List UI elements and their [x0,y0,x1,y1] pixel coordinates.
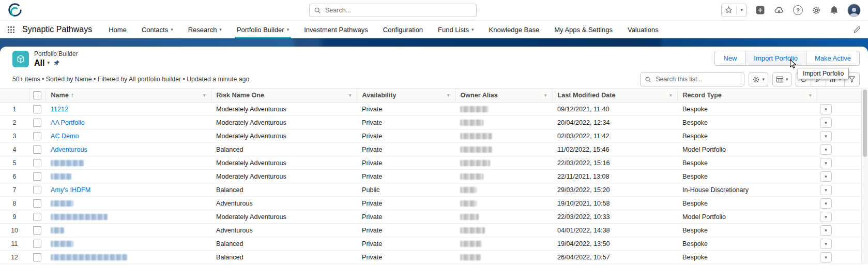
redacted-text [460,106,489,112]
record-type-cell: Bespoke [677,156,817,170]
global-search-input[interactable] [324,6,472,14]
row-checkbox[interactable] [33,159,41,167]
list-view-selector[interactable]: All ▾ [34,59,50,68]
row-actions-button[interactable]: ▾ [820,185,832,195]
screen: ▾ ? [0,0,868,277]
global-actions-button[interactable] [755,5,765,15]
column-header-last-modified-date[interactable]: Last Modified Date ▾ [552,89,677,103]
nav-tab-configuration[interactable]: Configuration [383,21,423,38]
row-number: 2 [13,119,17,126]
nav-tab-fund-lists[interactable]: Fund Lists ▾ [438,21,474,38]
row-actions-button[interactable]: ▾ [820,131,832,141]
row-checkbox[interactable] [33,240,41,248]
redacted-text [460,147,492,153]
nav-tab-investment-pathways[interactable]: Investment Pathways [304,21,368,38]
import-portfolio-button[interactable]: Import Porfolio [745,51,806,66]
make-active-button[interactable]: Make Active [806,51,860,66]
table-row: 12 Balanced Private 26/04/2022, 10:57 Be… [0,251,862,264]
app-launcher-button[interactable] [7,26,15,34]
row-actions-button[interactable]: ▾ [820,118,832,128]
redacted-text [460,160,490,166]
row-actions-button[interactable]: ▾ [820,252,832,263]
column-header-owner-alias[interactable]: Owner Alias ▾ [455,89,552,103]
portfolio-name-link[interactable]: Amy's IHDFM [51,186,90,194]
column-header-availability[interactable]: Availability ▾ [357,89,455,103]
list-settings-button[interactable]: ▾ [749,72,768,86]
column-menu-chevron-icon[interactable]: ▾ [809,93,812,98]
row-checkbox[interactable] [33,213,41,221]
availability-cell: Private [357,197,455,210]
row-checkbox[interactable] [33,145,41,154]
risk-cell: Balanced [211,143,357,156]
column-header-risk-name-one[interactable]: Risk Name One ▾ [211,89,357,103]
nav-tab-contacts[interactable]: Contacts ▾ [142,21,173,38]
nav-tab-my-apps-settings[interactable]: My Apps & Settings [554,21,613,38]
row-checkbox[interactable] [33,226,41,235]
notifications-button[interactable] [830,6,839,14]
row-actions-button[interactable]: ▾ [820,144,832,155]
row-actions-button[interactable]: ▾ [820,158,832,168]
app-nav-bar: Synaptic Pathways Home Contacts ▾ Resear… [0,21,868,38]
row-number: 10 [11,227,18,234]
nav-tab-portfolio-builder[interactable]: Portfolio Builder ▾ [237,21,289,38]
portfolio-name-link[interactable]: Adventurous [51,146,87,153]
risk-cell: Adventurous [211,224,357,237]
portfolio-name-link[interactable]: 11212 [51,106,68,113]
scrollbar-thumb[interactable] [863,90,867,157]
upload-button[interactable] [774,6,784,14]
column-label: Availability [362,92,397,99]
caret-icon: ▾ [762,77,765,82]
nav-tab-home[interactable]: Home [109,21,127,38]
row-checkbox[interactable] [33,186,41,194]
column-menu-chevron-icon[interactable]: ▾ [349,93,352,98]
portfolio-name-link[interactable]: AC Demo [51,133,79,140]
nav-tab-knowledge-base[interactable]: Knowledge Base [489,21,540,38]
row-checkbox[interactable] [33,172,41,181]
row-actions-button[interactable]: ▾ [820,171,832,182]
name-cell: 11212 [45,103,211,116]
nav-tab-research[interactable]: Research ▾ [188,21,222,38]
row-checkbox[interactable] [33,119,41,127]
modified-cell: 29/03/2022, 15:20 [552,183,677,197]
column-menu-chevron-icon[interactable]: ▾ [669,93,672,98]
select-all-checkbox[interactable] [33,91,41,99]
list-search-input[interactable] [654,75,740,83]
column-header-record-type[interactable]: Record Type ▾ [677,89,817,103]
user-avatar[interactable] [847,4,861,17]
row-actions-button[interactable]: ▾ [820,212,832,222]
nav-tab-label: Knowledge Base [489,26,540,34]
pin-list-button[interactable] [53,60,60,66]
row-checkbox[interactable] [33,105,41,113]
nav-tab-valuations[interactable]: Valuations [628,21,659,38]
owner-cell [455,210,552,224]
portfolio-name-link[interactable]: AA Portfolio [51,119,85,126]
row-checkbox[interactable] [33,132,41,140]
redacted-text [460,214,479,220]
redacted-text [51,241,73,247]
name-cell [45,224,211,237]
setup-button[interactable] [812,6,821,15]
list-view-header-card: Portfolio Builder All ▾ New [0,47,868,88]
new-button[interactable]: New [714,51,745,66]
column-menu-chevron-icon[interactable]: ▾ [447,93,450,98]
favorites-button[interactable]: ▾ [721,4,747,17]
edit-nav-button[interactable] [853,26,861,34]
column-menu-chevron-icon[interactable]: ▾ [203,93,206,98]
row-actions-button[interactable]: ▾ [820,198,832,209]
row-number: 12 [11,254,18,261]
name-cell: AA Portfolio [45,116,211,129]
display-as-button[interactable]: ▾ [772,72,792,86]
column-header-name[interactable]: Name ↑ ▾ [45,89,211,103]
row-checkbox[interactable] [33,253,41,261]
redacted-text [51,214,108,220]
column-menu-chevron-icon[interactable]: ▾ [544,93,547,98]
row-number: 4 [13,146,17,153]
row-actions-button[interactable]: ▾ [820,225,832,236]
synaptic-logo-icon [7,3,23,18]
row-actions-button[interactable]: ▾ [820,104,832,114]
row-actions-button[interactable]: ▾ [820,239,832,249]
help-button[interactable]: ? [793,5,803,15]
row-checkbox[interactable] [33,199,41,208]
availability-cell: Public [357,183,455,197]
nav-tab-label: My Apps & Settings [554,26,613,34]
